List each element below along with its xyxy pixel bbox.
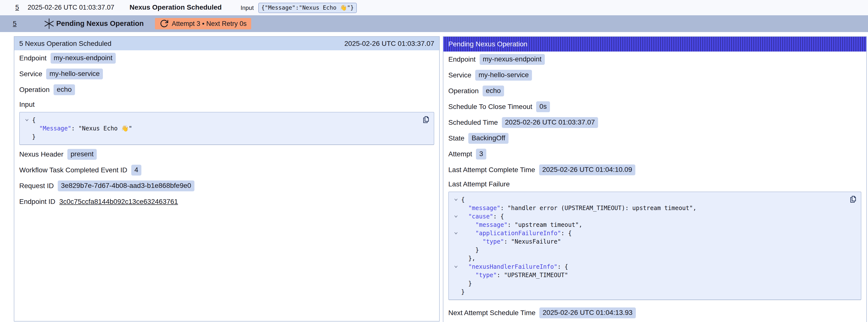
json-line: "nexusHandlerFailureInfo": { [451,263,844,271]
pending-panel-title: Pending Nexus Operation [448,40,528,48]
collapse-chevron-icon[interactable] [451,195,461,204]
field-row-request-id: Request ID3e829b7e-7d67-4b08-aad3-b1e868… [19,181,434,191]
json-code-text: { [32,116,35,124]
pending-operation-panel: Pending Nexus Operation Endpointmy-nexus… [443,36,867,322]
json-code-text: "message": "upstream timeout", [461,221,582,229]
json-code-text: } [461,279,472,288]
json-code-text: } [461,246,479,254]
field-value-badge: 2025-02-26 UTC 01:04:13.93 [539,308,636,318]
json-gutter [451,271,461,279]
field-value-badge: 0s [536,101,550,112]
json-line: } [22,133,416,141]
field-value-badge: my-nexus-endpoint [51,53,116,64]
json-code-text: } [32,133,35,141]
json-code-text: "type": "UPSTREAM_TIMEOUT" [461,271,568,279]
event-id-link[interactable]: 5 [15,4,19,11]
event-title: Nexus Operation Scheduled [129,3,222,11]
field-row-operation: Operationecho [19,84,434,95]
scheduled-panel-header: 5 Nexus Operation Scheduled 2025-02-26 U… [14,37,439,50]
json-code-text: "cause": { [461,212,504,221]
event-row-pending-selected[interactable]: 5 Pending Nexus Operation Attempt 3 • Ne… [0,15,868,32]
copy-icon[interactable] [848,195,858,204]
json-gutter [22,133,32,141]
json-gutter [451,204,461,212]
scheduled-panel-timestamp: 2025-02-26 UTC 01:03:37.07 [344,40,434,47]
field-label: Last Attempt Complete Time [448,166,535,174]
json-gutter [22,124,32,133]
field-value-badge: 2025-02-26 UTC 01:03:37.07 [502,117,598,128]
json-line: "message": "upstream timeout", [451,221,844,229]
field-label: Next Attempt Schedule Time [448,309,535,317]
field-row-workflow-task-completed-event-id: Workflow Task Completed Event ID4 [19,165,434,175]
pending-panel-header: Pending Nexus Operation [443,37,866,52]
json-line: "type": "NexusFailure" [451,237,844,246]
field-row-attempt: Attempt3 [448,149,861,160]
json-gutter [451,246,461,254]
json-line: } [451,288,844,296]
field-label: State [448,134,464,142]
field-value-badge: my-hello-service [475,70,532,80]
field-label: Operation [448,87,479,95]
json-code-text: }, [461,254,475,263]
field-value-badge: BackingOff [468,133,508,144]
json-code-text: "nexusHandlerFailureInfo": { [461,263,568,271]
retry-badge-label: Attempt 3 • Next Retry 0s [172,20,247,28]
failure-json-block: { "message": "handler error (UPSTREAM_TI… [448,192,861,300]
input-section-label: Input [19,101,434,108]
field-label: Operation [19,86,50,94]
field-row-service: Servicemy-hello-service [448,70,861,80]
field-label: Service [448,71,471,79]
field-row-endpoint-id: Endpoint ID3c0c75ccfa8144b092c13ce632463… [19,196,434,207]
field-label: Endpoint [19,54,46,62]
field-label: Workflow Task Completed Event ID [19,166,127,174]
input-json-block: { "Message": "Nexus Echo 👋"} [19,112,434,145]
field-value-badge: echo [483,86,504,96]
json-gutter [451,254,461,263]
field-row-nexus-header: Nexus Headerpresent [19,149,434,160]
json-gutter [451,237,461,246]
json-line: "message": "handler error (UPSTREAM_TIME… [451,204,844,212]
collapse-chevron-icon[interactable] [22,116,32,124]
field-value-badge: 4 [131,165,142,175]
field-row-last-attempt-complete-time: Last Attempt Complete Time2025-02-26 UTC… [448,164,861,175]
json-line: { [22,116,416,124]
scheduled-fields-top: Endpointmy-nexus-endpointServicemy-hello… [19,53,434,95]
json-code-text: "applicationFailureInfo": { [461,229,572,237]
json-line: "type": "UPSTREAM_TIMEOUT" [451,271,844,279]
event-row-scheduled[interactable]: 5 2025-02-26 UTC 01:03:37.07 Nexus Opera… [0,0,868,15]
json-code-text: "Message": "Nexus Echo 👋" [32,124,132,133]
pending-fields-after: Next Attempt Schedule Time2025-02-26 UTC… [448,308,861,318]
event-history-screen: 5 2025-02-26 UTC 01:03:37.07 Nexus Opera… [0,0,868,322]
event-timestamp: 2025-02-26 UTC 01:03:37.07 [28,4,114,11]
retry-icon [159,19,169,28]
field-value-badge: present [67,149,97,160]
collapse-chevron-icon[interactable] [451,212,461,221]
field-value-link[interactable]: 3c0c75ccfa8144b092c13ce632463761 [59,198,178,205]
event-id-link[interactable]: 5 [13,20,17,28]
field-row-next-attempt-schedule-time: Next Attempt Schedule Time2025-02-26 UTC… [448,308,861,318]
copy-icon[interactable] [422,116,430,124]
input-payload-pill[interactable]: {"Message":"Nexus Echo 👋"} [258,3,357,13]
retry-attempt-badge: Attempt 3 • Next Retry 0s [155,18,251,29]
field-value-badge: 3e829b7e-7d67-4b08-aad3-b1e868bfe9e0 [58,181,194,191]
json-gutter [451,279,461,288]
json-line: "Message": "Nexus Echo 👋" [22,124,416,133]
field-value-badge: echo [54,84,75,95]
field-row-scheduled-time: Scheduled Time2025-02-26 UTC 01:03:37.07 [448,117,861,128]
field-row-operation: Operationecho [448,86,861,96]
json-line: "cause": { [451,212,844,221]
collapse-chevron-icon[interactable] [451,229,461,237]
json-line: } [451,279,844,288]
field-value-badge: my-nexus-endpoint [479,54,545,65]
json-code-text: "message": "handler error (UPSTREAM_TIME… [461,204,696,212]
field-value-badge: my-hello-service [46,68,103,79]
collapse-chevron-icon[interactable] [451,263,461,271]
json-gutter [451,288,461,296]
event-title: Pending Nexus Operation [56,20,144,28]
field-value-badge: 3 [476,149,486,160]
pending-asterisk-icon [43,18,55,30]
json-code-text: "type": "NexusFailure" [461,237,561,246]
field-label: Request ID [19,182,54,190]
json-code-text: { [461,195,465,204]
scheduled-event-panel: 5 Nexus Operation Scheduled 2025-02-26 U… [14,36,440,322]
